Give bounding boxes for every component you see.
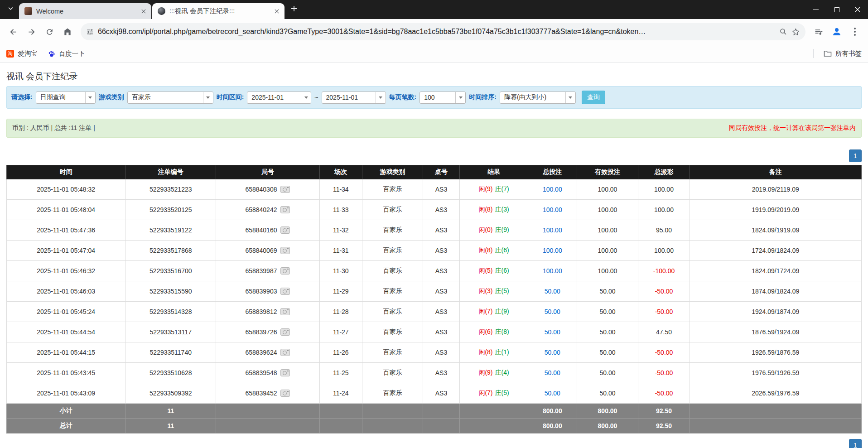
cell-game-type: 百家乐: [362, 261, 423, 281]
media-controls-button[interactable]: [810, 23, 827, 40]
tab-close-icon[interactable]: [272, 7, 281, 15]
cell-result: 闲(7)庄(5): [460, 383, 528, 404]
page-1-button[interactable]: 1: [849, 149, 862, 162]
video-replay-icon[interactable]: [280, 390, 290, 397]
cell-time: 2025-11-01 05:48:04: [7, 200, 125, 220]
total-bet-link[interactable]: 50.00: [545, 369, 560, 376]
col-header-time: 时间: [7, 165, 125, 179]
cell-payout: -50.00: [638, 281, 690, 302]
game-type-select[interactable]: 百家乐: [127, 92, 213, 104]
url-text[interactable]: 66cxkj98.com/ipl/portal.php/game/betreco…: [98, 28, 775, 36]
video-replay-icon[interactable]: [280, 186, 290, 193]
video-replay-icon[interactable]: [280, 328, 290, 336]
cell-session: 11-31: [319, 241, 362, 261]
site-settings-icon[interactable]: [86, 28, 94, 36]
bookmark-taobao[interactable]: 淘 爱淘宝: [6, 49, 38, 58]
cell-round: 658839903: [216, 281, 319, 302]
cell-bet-id: 522933515590: [125, 281, 216, 302]
result-player: 闲(8): [478, 348, 492, 356]
query-type-select[interactable]: 日期查询: [36, 92, 96, 104]
date-to-value: 2025-11-01: [322, 94, 376, 101]
maximize-button[interactable]: [826, 0, 847, 19]
date-to-select[interactable]: 2025-11-01: [322, 92, 386, 104]
tab-betrecord[interactable]: :::视讯 会员下注纪录:::: [152, 3, 285, 19]
total-bet-link[interactable]: 100.00: [543, 247, 562, 254]
zoom-icon[interactable]: [779, 28, 787, 36]
minimize-button[interactable]: [805, 0, 826, 19]
cell-round: 658839452: [216, 383, 319, 404]
cell-total-bet: 100.00: [528, 200, 577, 220]
total-row: 总计 11 800.00 800.00 92.50: [7, 419, 862, 434]
address-bar[interactable]: 66cxkj98.com/ipl/portal.php/game/betreco…: [81, 23, 805, 40]
cell-game-type: 百家乐: [362, 383, 423, 404]
close-button[interactable]: [847, 0, 868, 19]
total-bet-link[interactable]: 50.00: [545, 328, 560, 336]
total-bet-link[interactable]: 50.00: [545, 349, 560, 356]
total-bet-link[interactable]: 100.00: [543, 186, 562, 193]
per-page-label: 每页笔数:: [389, 93, 417, 101]
date-from-select[interactable]: 2025-11-01: [247, 92, 311, 104]
cell-remark: 1876.59/1924.09: [690, 322, 861, 342]
all-bookmarks-button[interactable]: 所有书签: [824, 49, 862, 58]
total-bet-link[interactable]: 50.00: [545, 390, 560, 397]
table-row: 2025-11-01 05:48:32 522933521223 6588403…: [7, 179, 862, 200]
video-replay-icon[interactable]: [280, 369, 290, 376]
cell-game-type: 百家乐: [362, 241, 423, 261]
video-replay-icon[interactable]: [280, 288, 290, 295]
folder-icon: [824, 50, 832, 57]
chevron-down-icon: [85, 92, 95, 103]
chevron-down-icon: [455, 92, 465, 103]
bookmark-label: 百度一下: [59, 49, 85, 58]
cell-round: 658839726: [216, 322, 319, 342]
back-arrow-icon: [9, 27, 18, 37]
tab-close-icon[interactable]: [139, 7, 148, 15]
cell-result: 闲(8)庄(6): [460, 241, 528, 261]
video-replay-icon[interactable]: [280, 308, 290, 315]
bookmark-star-icon[interactable]: [791, 28, 800, 36]
profile-button[interactable]: [828, 23, 845, 40]
home-button[interactable]: [59, 23, 76, 40]
subtotal-label: 小计: [7, 404, 125, 419]
per-page-select[interactable]: 100: [420, 92, 466, 104]
cell-payout: -50.00: [638, 363, 690, 383]
close-icon: [141, 9, 146, 14]
page-1-button[interactable]: 1: [849, 439, 862, 448]
result-banker: 庄(8): [495, 328, 509, 335]
total-bet-link[interactable]: 50.00: [545, 308, 560, 315]
video-replay-icon[interactable]: [280, 206, 290, 213]
total-bet-link[interactable]: 100.00: [543, 206, 562, 213]
browser-menu-button[interactable]: [846, 23, 863, 40]
search-button[interactable]: 查询: [582, 91, 605, 104]
video-replay-icon[interactable]: [280, 349, 290, 356]
video-replay-icon[interactable]: [280, 247, 290, 254]
total-count: 11: [125, 419, 216, 434]
cell-result: 闲(5)庄(6): [460, 261, 528, 281]
video-replay-icon[interactable]: [280, 267, 290, 275]
table-header-row: 时间 注单编号 局号 场次 游戏类别 桌号 结果 总投注 有效投注 总派彩 备注: [7, 165, 862, 179]
result-player: 闲(9): [478, 369, 492, 376]
sort-select[interactable]: 降幂(由大到小): [500, 92, 576, 104]
video-replay-icon[interactable]: [280, 226, 290, 234]
cell-table-no: AS3: [423, 261, 459, 281]
new-tab-button[interactable]: [287, 2, 301, 15]
cell-game-type: 百家乐: [362, 200, 423, 220]
cell-time: 2025-11-01 05:43:45: [7, 363, 125, 383]
total-bet-link[interactable]: 100.00: [543, 267, 562, 275]
cell-result: 闲(8)庄(1): [460, 342, 528, 363]
total-bet-link[interactable]: 50.00: [545, 288, 560, 295]
cell-time: 2025-11-01 05:48:32: [7, 179, 125, 200]
tab-welcome[interactable]: Welcome: [19, 3, 151, 19]
refresh-button[interactable]: [41, 23, 58, 40]
total-label: 总计: [7, 419, 125, 434]
tab-search-button[interactable]: [4, 2, 17, 14]
cell-game-type: 百家乐: [362, 302, 423, 322]
back-button[interactable]: [5, 23, 22, 40]
total-bet-link[interactable]: 100.00: [543, 226, 562, 234]
cell-game-type: 百家乐: [362, 342, 423, 363]
forward-button[interactable]: [23, 23, 40, 40]
cell-total-bet: 100.00: [528, 179, 577, 200]
cell-time: 2025-11-01 05:46:03: [7, 281, 125, 302]
close-icon: [855, 7, 860, 12]
result-player: 闲(9): [478, 185, 492, 193]
bookmark-baidu[interactable]: 百度一下: [48, 49, 85, 58]
